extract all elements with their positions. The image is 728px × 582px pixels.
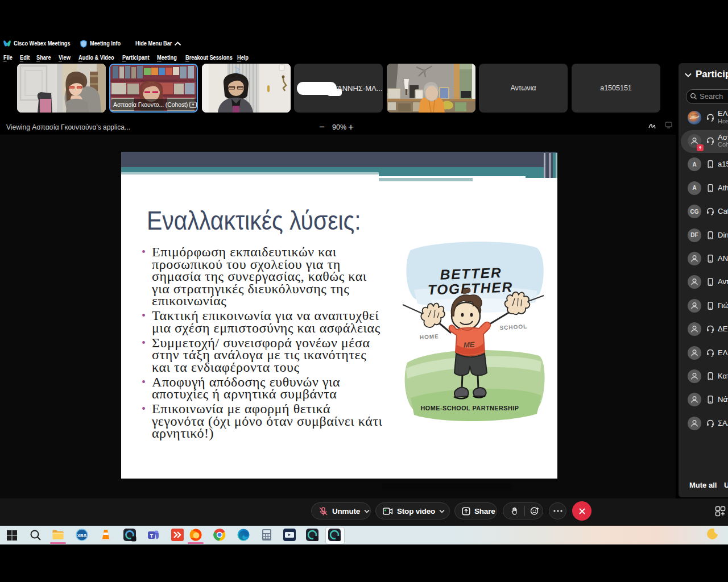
svg-text:HOME-SCHOOL PARTNERSHIP: HOME-SCHOOL PARTNERSHIP [420,405,519,411]
svg-text:HOME: HOME [420,333,440,340]
svg-text:TOGETHER: TOGETHER [427,279,513,297]
svg-text:SCHOOL: SCHOOL [499,323,527,331]
svg-text:T: T [150,533,154,539]
svg-text:ME: ME [463,340,475,349]
svg-text:XBS: XBS [77,533,87,538]
